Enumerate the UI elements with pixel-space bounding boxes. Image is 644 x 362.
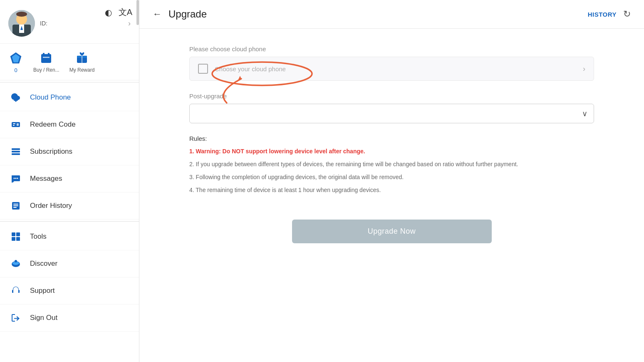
svg-rect-39 (18, 290, 20, 293)
rule-1-text: Warning: Do NOT support lowering device … (196, 148, 365, 155)
rules-title: Rules: (189, 135, 594, 142)
svg-rect-38 (12, 290, 13, 293)
rule-item-1: 1. Warning: Do NOT support lowering devi… (189, 147, 594, 156)
phone-checkbox-icon (198, 64, 208, 74)
svg-rect-34 (16, 237, 20, 241)
my-reward-label: My Reward (69, 67, 95, 73)
header-right: HISTORY ↻ (588, 9, 631, 20)
rules-section: Rules: 1. Warning: Do NOT support loweri… (189, 135, 594, 195)
header-left: ← Upgrade (153, 8, 207, 20)
svg-rect-23 (12, 153, 20, 155)
selector-chevron-right-icon: › (583, 65, 585, 73)
svg-rect-21 (12, 148, 20, 150)
quick-action-my-reward[interactable]: My Reward (69, 50, 95, 73)
back-button[interactable]: ← (153, 9, 162, 20)
sidebar-item-order-history[interactable]: Order History (0, 192, 139, 220)
sidebar-item-messages[interactable]: Messages (0, 165, 139, 192)
svg-point-37 (15, 260, 17, 262)
subscriptions-label: Subscriptions (30, 147, 72, 156)
rule-4-number: 4. (189, 187, 196, 193)
sidebar-divider-top (0, 82, 139, 82)
sidebar: ◐ 文A ID: › (0, 0, 139, 362)
support-icon (10, 285, 22, 297)
post-upgrade-section: Post-upgrade (189, 92, 594, 123)
back-arrow-icon: ← (153, 9, 162, 20)
svg-point-5 (16, 12, 27, 17)
sidebar-item-subscriptions[interactable]: Subscriptions (0, 138, 139, 165)
rule-2-number: 2. (189, 161, 196, 167)
page-header: ← Upgrade HISTORY ↻ (139, 0, 644, 29)
svg-rect-31 (12, 232, 15, 236)
svg-rect-32 (16, 232, 20, 236)
rule-item-3: 3. Following the completion of upgrading… (189, 173, 594, 182)
refresh-icon: ↻ (623, 9, 631, 19)
discover-label: Discover (30, 260, 57, 268)
language-toggle-button[interactable]: 文A (119, 7, 132, 18)
svg-rect-11 (43, 57, 50, 58)
avatar-image (8, 10, 35, 37)
quick-action-diamonds[interactable]: 0 (8, 50, 23, 73)
top-icons: ◐ 文A (105, 7, 132, 18)
rule-3-number: 3. (189, 174, 196, 180)
sidebar-divider-mid (0, 221, 139, 222)
cloud-phone-selector[interactable]: Choose your cloud phone › (189, 57, 594, 81)
tools-label: Tools (30, 232, 47, 241)
sidebar-item-discover[interactable]: Discover (0, 250, 139, 277)
main-content: ← Upgrade HISTORY ↻ Please choose cloud … (139, 0, 644, 362)
cloud-phone-label: Please choose cloud phone (189, 45, 594, 52)
quick-action-buy-renew[interactable]: Buy / Ren... (33, 50, 59, 73)
svg-rect-9 (43, 53, 45, 55)
rule-2-text: If you upgrade between different types o… (196, 161, 518, 167)
subscriptions-icon (10, 146, 22, 157)
form-content: Please choose cloud phone Choose your cl… (139, 29, 644, 362)
diamond-icon (8, 50, 23, 65)
cloud-phone-placeholder: Choose your cloud phone (215, 65, 583, 72)
cloud-phone-label: Cloud Phone (30, 93, 71, 102)
order-history-label: Order History (30, 202, 72, 210)
rule-1-number: 1. (189, 148, 196, 155)
sidebar-item-redeem-code[interactable]: Redeem Code (0, 111, 139, 138)
avatar[interactable] (8, 10, 35, 37)
svg-rect-15 (14, 100, 18, 101)
svg-rect-28 (13, 204, 18, 205)
redeem-code-label: Redeem Code (30, 120, 76, 129)
sign-out-label: Sign Out (30, 314, 57, 322)
redeem-code-icon (10, 119, 22, 130)
sign-out-icon (10, 312, 22, 324)
post-upgrade-label: Post-upgrade (189, 92, 594, 100)
order-history-icon (10, 200, 22, 212)
sidebar-item-tools[interactable]: Tools (0, 223, 139, 250)
svg-rect-22 (12, 151, 20, 152)
svg-point-24 (14, 178, 15, 179)
svg-point-26 (17, 178, 18, 179)
upgrade-now-button[interactable]: Upgrade Now (292, 220, 492, 243)
theme-toggle-button[interactable]: ◐ (105, 7, 112, 18)
svg-rect-18 (13, 123, 15, 124)
refresh-button[interactable]: ↻ (623, 9, 631, 20)
messages-icon (10, 173, 22, 185)
sidebar-item-sign-out[interactable]: Sign Out (0, 305, 139, 332)
svg-rect-8 (41, 54, 51, 63)
rule-item-4: 4. The remaining time of device is at le… (189, 186, 594, 195)
scrollbar[interactable] (136, 0, 139, 362)
post-upgrade-select[interactable] (189, 104, 594, 123)
svg-rect-10 (48, 53, 50, 55)
profile-info: ID: (40, 20, 123, 27)
messages-label: Messages (30, 175, 62, 183)
history-button[interactable]: HISTORY (588, 11, 617, 18)
post-upgrade-select-wrapper (189, 104, 594, 123)
svg-marker-40 (14, 316, 20, 321)
profile-nav-arrow[interactable]: › (128, 19, 131, 28)
profile-id: ID: (40, 20, 47, 27)
svg-rect-29 (13, 205, 18, 206)
sidebar-item-support[interactable]: Support (0, 277, 139, 305)
cloud-phone-icon (10, 92, 22, 103)
upgrade-btn-container: Upgrade Now (189, 220, 594, 243)
rule-3-text: Following the completion of upgrading de… (196, 174, 404, 180)
scroll-thumb (136, 0, 139, 25)
tools-icon (10, 231, 22, 242)
buy-renew-label: Buy / Ren... (33, 67, 59, 73)
rule-4-text: The remaining time of device is at least… (196, 187, 381, 193)
sidebar-item-cloud-phone[interactable]: Cloud Phone (0, 84, 139, 111)
svg-point-25 (15, 178, 17, 179)
